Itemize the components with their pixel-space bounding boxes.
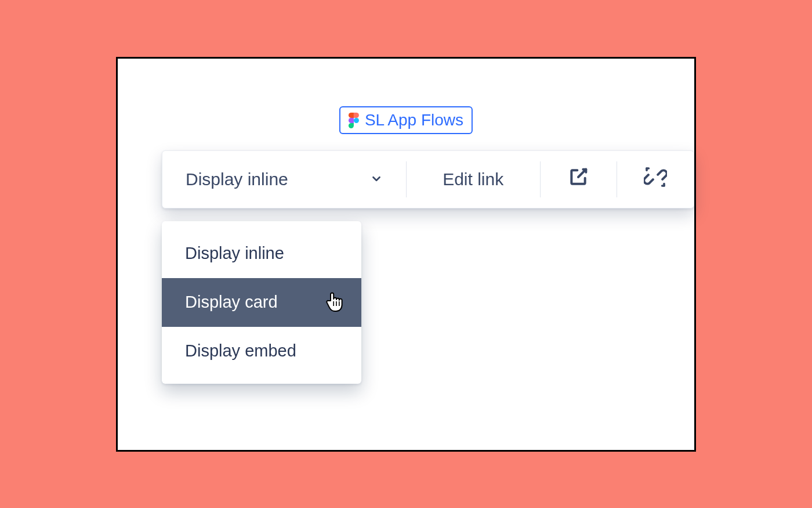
dropdown-option-embed[interactable]: Display embed [162,327,361,376]
unlink-button[interactable] [617,151,694,208]
figma-logo-icon [349,113,359,128]
smart-link-chip[interactable]: SL App Flows [339,106,473,134]
display-mode-select[interactable]: Display inline [162,151,406,208]
unlink-icon [644,165,667,193]
open-link-button[interactable] [540,151,617,208]
dropdown-option-label: Display embed [185,341,296,361]
open-external-icon [567,165,590,193]
dropdown-option-card[interactable]: Display card [162,278,361,327]
dropdown-option-inline[interactable]: Display inline [162,229,361,278]
smart-link-label: SL App Flows [365,111,463,129]
chevron-down-icon [370,170,383,189]
edit-link-label: Edit link [443,170,503,189]
display-mode-dropdown: Display inline Display card Display embe… [162,221,361,384]
display-mode-label: Display inline [186,170,288,189]
panel: SL App Flows Display inline Edit link [116,57,696,452]
link-toolbar: Display inline Edit link [162,150,694,208]
pointer-cursor-icon [325,290,345,312]
edit-link-button[interactable]: Edit link [407,151,540,208]
dropdown-option-label: Display card [185,293,278,312]
dropdown-option-label: Display inline [185,244,284,263]
